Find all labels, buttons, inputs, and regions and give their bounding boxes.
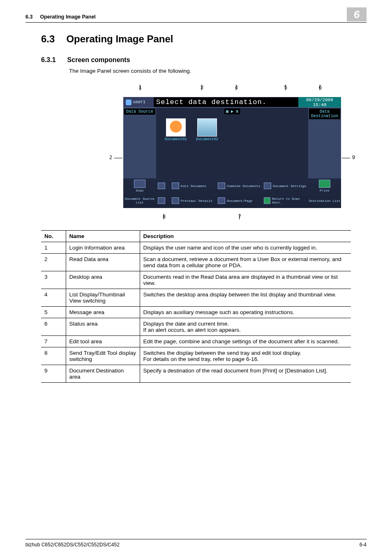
callout-7: 7 (238, 214, 241, 220)
thumb-label: Document01 (165, 137, 187, 141)
destination-list-label: Destination List (309, 199, 341, 203)
combine-label: Combine Documents (227, 184, 261, 188)
return-icon (264, 197, 270, 204)
table-row: 1Login Information areaDisplays the user… (41, 242, 351, 254)
table-header-row: No. Name Description (41, 231, 351, 242)
destination-list-button[interactable]: Destination List (308, 193, 341, 208)
cell-no: 1 (41, 242, 66, 254)
cell-no: 4 (41, 289, 66, 307)
intro-text: The Image Panel screen consists of the f… (69, 68, 351, 74)
table-row: 6Status areaDisplays the date and curren… (41, 318, 351, 336)
table-row: 5Message areaDisplays an auxiliary messa… (41, 307, 351, 318)
edit-doc-icon (172, 183, 179, 189)
return-label: Return to Scan Dest. (272, 197, 307, 204)
edit-tool-switch[interactable] (156, 193, 170, 208)
return-scan-dest-button[interactable]: Return to Scan Dest. (262, 193, 308, 208)
table-row: 2Read Data areaScan a document, retrieve… (41, 254, 351, 271)
preview-icon (172, 197, 179, 204)
docpage-icon (218, 197, 225, 204)
status-area: 08/29/2008 15:48 (298, 97, 341, 107)
cell-no: 2 (41, 254, 66, 271)
preview-label: Preview/ Details (181, 199, 212, 203)
callout-9: 9 (352, 155, 355, 160)
cell-name: Desktop area (66, 271, 140, 289)
table-row: 7Edit tool areaEdit the page, combine an… (41, 336, 351, 347)
footer-divider (25, 539, 367, 539)
cell-desc: Edit the page, combine and change settin… (140, 336, 351, 347)
table-row: 3Desktop areaDocuments read in the Read … (41, 271, 351, 289)
col-name: Name (66, 231, 140, 242)
cell-no: 7 (41, 336, 66, 347)
data-source-header: Data Source (124, 109, 155, 115)
read-data-area: Data Source (123, 108, 156, 178)
list-view-icon[interactable]: ▶ ≣ (231, 109, 238, 114)
col-desc: Description (140, 231, 351, 242)
edit-tool-area: Edit Document Preview/ Details Combine D… (156, 178, 308, 208)
subsection-number: 6.3.1 (41, 56, 56, 64)
print-icon (319, 180, 330, 188)
message-area: Select data destination. (154, 97, 298, 107)
document-thumb-2[interactable]: Document02 (195, 118, 219, 141)
cell-desc: Displays the date and current time. If a… (140, 318, 351, 336)
doc-source-list-button[interactable]: Document Source List (123, 193, 156, 208)
header-section-name: Operating Image Panel (40, 14, 95, 20)
thumbnail-view-icon[interactable]: ▦ (226, 109, 228, 114)
footer-model: bizhub C652/C652DS/C552/C552DS/C452 (25, 542, 120, 548)
callout-row-bottom: 8 7 (123, 208, 341, 220)
edit-document-button[interactable]: Edit Document (170, 178, 216, 193)
device-screen: user1 Select data destination. 08/29/200… (123, 97, 341, 208)
cell-desc: Scan a document, retrieve a document fro… (140, 254, 351, 271)
cell-no: 3 (41, 271, 66, 289)
cell-name: Edit tool area (66, 336, 140, 347)
settings-label: Document Settings (273, 184, 307, 188)
right-bottom-buttons: Print Destination List (308, 178, 341, 208)
footer-page: 6-4 (360, 542, 367, 548)
cell-desc: Displays an auxiliary message such as op… (140, 307, 351, 318)
document-settings-button[interactable]: Document Settings (262, 178, 308, 193)
combine-documents-button[interactable]: Combine Documents (216, 178, 262, 193)
tray-icon (158, 183, 165, 189)
scan-label: Scan (136, 189, 143, 192)
edit-doc-label: Edit Document (181, 184, 206, 188)
scan-button[interactable]: Scan (123, 178, 156, 193)
cell-desc: Documents read in the Read Data area are… (140, 271, 351, 289)
view-switch[interactable]: ▦ ▶ ≣ (224, 109, 240, 114)
edit-icon (158, 197, 165, 204)
callout-2: 2 (109, 155, 112, 160)
combine-icon (218, 183, 225, 189)
print-button[interactable]: Print (308, 178, 341, 193)
thumb-image-icon (166, 118, 186, 136)
document-destination-area: Data Destination (308, 108, 341, 178)
cell-desc: Displays the user name and icon of the u… (140, 242, 351, 254)
callout-9-line (342, 158, 350, 158)
doc-source-list-label: Document Source List (123, 197, 156, 204)
cell-no: 5 (41, 307, 66, 318)
thumb-label: Document02 (196, 137, 218, 141)
document-thumb-1[interactable]: Document01 (164, 118, 188, 141)
login-info-area: user1 (123, 99, 154, 105)
section-title: Operating Image Panel (66, 33, 173, 45)
send-tray-switch[interactable] (156, 178, 170, 193)
cell-no: 8 (41, 347, 66, 365)
cell-name: Message area (66, 307, 140, 318)
docpage-label: Document/Page (227, 199, 252, 203)
col-no: No. (41, 231, 66, 242)
chapter-badge: 6 (347, 7, 367, 21)
section-number: 6.3 (41, 33, 55, 45)
settings-icon (264, 183, 271, 189)
cell-name: Document Destination area (66, 365, 140, 383)
callout-row-top: 1 3 4 5 6 (123, 85, 341, 97)
cell-desc: Switches the display between the send tr… (140, 347, 351, 365)
scan-icon (134, 180, 145, 188)
desktop-area: ▦ ▶ ≣ Document01 Document02 (156, 108, 308, 178)
left-bottom-buttons: Scan Document Source List (123, 178, 156, 208)
preview-details-button[interactable]: Preview/ Details (170, 193, 216, 208)
user-icon (126, 99, 131, 105)
document-page-button[interactable]: Document/Page (216, 193, 262, 208)
thumb-image-icon (197, 118, 217, 136)
header-section-ref: 6.3 (25, 14, 32, 20)
screenshot-figure: 2 9 1 3 4 5 6 user1 Select data destinat… (123, 85, 341, 220)
cell-name: Read Data area (66, 254, 140, 271)
table-row: 4List Display/Thumbnail View switchingSw… (41, 289, 351, 307)
table-row: 9Document Destination areaSpecify a dest… (41, 365, 351, 383)
